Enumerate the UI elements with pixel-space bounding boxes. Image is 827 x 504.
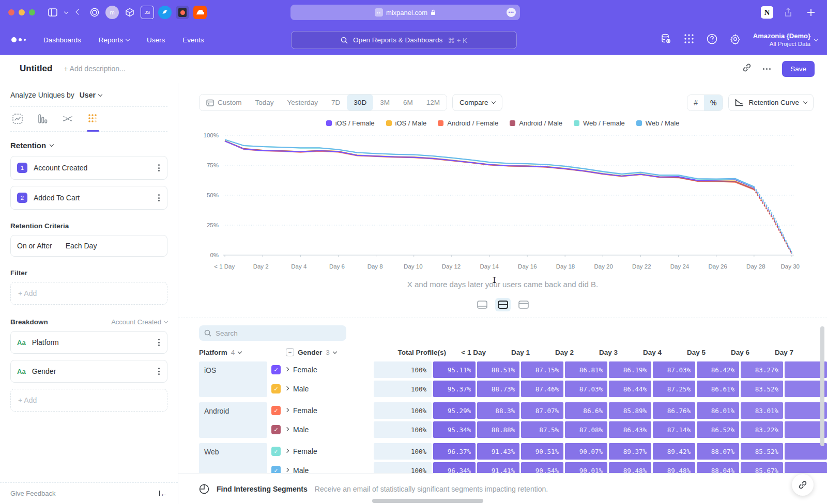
range-custom[interactable]: Custom	[200, 94, 249, 111]
criteria-value[interactable]: Each Day	[66, 242, 97, 250]
retention-value-cell[interactable]: 86.52%	[697, 421, 739, 438]
retention-value-cell[interactable]	[785, 462, 827, 473]
retention-value-cell[interactable]: 95.11%	[433, 361, 476, 378]
extension-avatar-icon[interactable]: m	[105, 6, 119, 19]
retention-value-cell[interactable]: 86.61%	[697, 381, 739, 397]
retention-value-cell[interactable]: 83.01%	[741, 402, 783, 419]
retention-value-cell[interactable]: 95.37%	[433, 381, 476, 397]
checkbox-checked-icon[interactable]: ✓	[271, 406, 281, 415]
column-header-day[interactable]: Day 7	[755, 349, 798, 356]
retention-value-cell[interactable]: 88.73%	[477, 381, 519, 397]
retention-value-cell[interactable]: 86.43%	[609, 421, 651, 438]
checkbox-checked-icon[interactable]: ✓	[271, 466, 281, 473]
gender-cell[interactable]: ✓Female	[271, 406, 370, 415]
gender-select-all-checkbox[interactable]: −	[286, 348, 294, 356]
retention-value-cell[interactable]: 86.42%	[697, 361, 739, 378]
data-management-icon[interactable]	[660, 33, 671, 46]
layout-chart-only-button[interactable]	[474, 298, 490, 311]
retention-value-cell[interactable]: 86.01%	[697, 402, 739, 419]
mixpanel-logo[interactable]	[11, 37, 26, 42]
nav-link-users[interactable]: Users	[147, 36, 165, 44]
site-options-icon[interactable]: •••	[507, 8, 516, 17]
extension-soundcloud-icon[interactable]	[193, 6, 207, 19]
retention-value-cell[interactable]: 88.51%	[477, 361, 519, 378]
extension-letterboxd-icon[interactable]	[176, 6, 189, 19]
nav-link-events[interactable]: Events	[182, 36, 204, 44]
breakdown-item-gender[interactable]: AaGender	[10, 360, 167, 383]
sidebar-toggle-icon[interactable]	[48, 8, 57, 17]
retention-value-cell[interactable]: 85.67%	[741, 462, 783, 473]
new-tab-icon[interactable]	[807, 8, 815, 17]
range-12m[interactable]: 12M	[420, 94, 447, 111]
tab-insights-icon[interactable]	[12, 114, 23, 131]
kebab-menu-icon[interactable]	[157, 367, 161, 376]
retention-value-cell[interactable]: 88.07%	[697, 443, 739, 460]
tab-funnels-icon[interactable]	[37, 114, 48, 131]
retention-value-cell[interactable]: 89.48%	[653, 462, 695, 473]
criteria-condition[interactable]: On or After	[17, 242, 52, 250]
range-today[interactable]: Today	[249, 94, 281, 111]
legend-item[interactable]: Android / Male	[510, 119, 562, 127]
retention-value-cell[interactable]: 91.41%	[477, 462, 519, 473]
retention-value-cell[interactable]: 87.03%	[653, 361, 695, 378]
maximize-window-button[interactable]	[29, 9, 35, 15]
layout-split-button[interactable]	[495, 298, 511, 311]
legend-item[interactable]: Web / Male	[636, 119, 680, 127]
more-options-icon[interactable]	[763, 68, 771, 70]
extension-disc-icon[interactable]	[88, 6, 101, 19]
retention-value-cell[interactable]: 88.3%	[477, 402, 519, 419]
column-header-day[interactable]: Day 2	[535, 349, 578, 356]
window-controls[interactable]	[8, 9, 35, 15]
retention-section-header[interactable]: Retention	[10, 141, 167, 150]
range-7d[interactable]: 7D	[325, 94, 347, 111]
breakdown-scope-dropdown[interactable]: Account Created	[111, 318, 167, 326]
share-icon[interactable]	[784, 8, 792, 17]
range-6m[interactable]: 6M	[396, 94, 420, 111]
retention-value-cell[interactable]: 89.42%	[653, 443, 695, 460]
platform-cell[interactable]: Android	[199, 402, 267, 438]
table-row[interactable]: ✓Female100%96.37%91.43%90.51%90.07%89.37…	[271, 443, 827, 460]
retention-value-cell[interactable]: 86.76%	[653, 402, 695, 419]
minimize-window-button[interactable]	[19, 9, 25, 15]
column-header-gender[interactable]: −Gender3	[286, 348, 384, 356]
collapse-sidebar-icon[interactable]: ←	[159, 490, 168, 498]
find-segments-title[interactable]: Find Interesting Segments	[217, 485, 308, 493]
retention-value-cell[interactable]: 89.48%	[609, 462, 651, 473]
vertical-scrollbar[interactable]	[820, 326, 824, 446]
range-3m[interactable]: 3M	[373, 94, 396, 111]
gender-cell[interactable]: ✓Male	[271, 384, 370, 393]
retention-value-cell[interactable]: 83.52%	[741, 381, 783, 397]
retention-value-cell[interactable]: 86.6%	[565, 402, 607, 419]
kebab-menu-icon[interactable]	[157, 193, 161, 202]
retention-value-cell[interactable]: 87.14%	[653, 421, 695, 438]
chevron-down-icon[interactable]	[65, 12, 68, 13]
tab-retention-icon[interactable]	[88, 114, 98, 131]
gender-cell[interactable]: ✓Female	[271, 365, 370, 374]
retention-value-cell[interactable]: 90.54%	[521, 462, 563, 473]
copy-link-icon[interactable]	[742, 63, 752, 74]
extension-bird-icon[interactable]	[158, 6, 172, 19]
project-selector[interactable]: Amazonia {Demo} All Project Data	[753, 32, 818, 48]
address-bar[interactable]: •• mixpanel.com •••	[290, 5, 520, 20]
global-search[interactable]: Open Reports & Dashboards ⌘ + K	[291, 31, 517, 49]
retention-value-cell[interactable]: 88.04%	[697, 462, 739, 473]
retention-value-cell[interactable]: 85.89%	[609, 402, 651, 419]
legend-item[interactable]: Android / Female	[438, 119, 498, 127]
gender-cell[interactable]: ✓Male	[271, 425, 370, 434]
retention-value-cell[interactable]: 90.51%	[521, 443, 563, 460]
filter-add-button[interactable]: + Add	[10, 282, 167, 305]
settings-gear-icon[interactable]	[730, 34, 741, 46]
column-header-day[interactable]: Day 5	[667, 349, 710, 356]
save-button[interactable]: Save	[782, 61, 815, 77]
chart-canvas[interactable]	[223, 132, 794, 261]
extension-js-icon[interactable]: JS	[141, 6, 154, 19]
count-mode-absolute[interactable]: #	[687, 95, 704, 111]
table-search-input[interactable]: Search	[199, 325, 346, 341]
table-row[interactable]: ✓Female100%95.11%88.51%87.15%86.81%86.19…	[271, 361, 827, 378]
column-header-day[interactable]: Day 3	[579, 349, 622, 356]
retention-value-cell[interactable]: 90.01%	[565, 462, 607, 473]
table-row[interactable]: ✓Female100%95.29%88.3%87.07%86.6%85.89%8…	[271, 402, 827, 419]
kebab-menu-icon[interactable]	[157, 163, 161, 172]
retention-criteria-card[interactable]: On or After Each Day	[10, 235, 167, 257]
retention-value-cell[interactable]: 90.07%	[565, 443, 607, 460]
